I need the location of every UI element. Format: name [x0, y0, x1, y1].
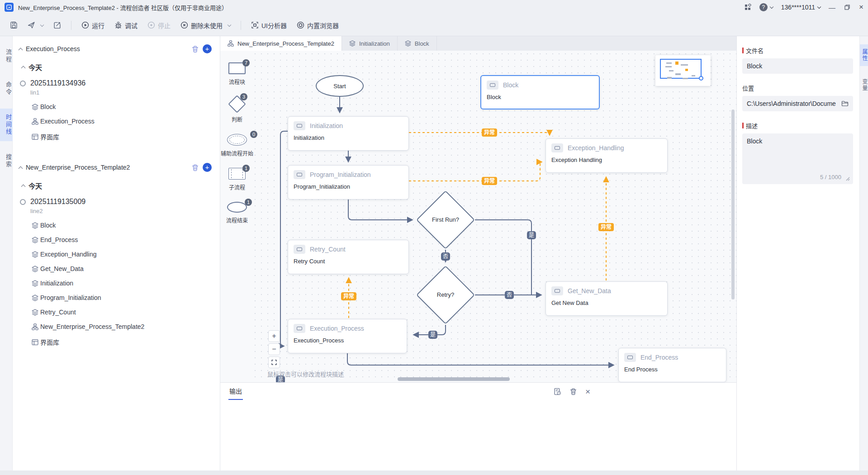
collapse-caret-icon[interactable]: [19, 48, 23, 52]
right-nav-strip: 属性 变量: [859, 36, 868, 475]
palette-item-block[interactable]: 7 流程块: [228, 62, 246, 86]
clear-log-button[interactable]: [554, 388, 561, 395]
minimize-button[interactable]: —: [829, 4, 835, 11]
block-icon: [294, 121, 305, 130]
close-output-button[interactable]: ×: [585, 387, 590, 396]
nav-tab-timeline[interactable]: 时间线: [0, 109, 13, 141]
palette-item-subflow[interactable]: 1 子流程: [228, 168, 246, 191]
vertical-scrollbar[interactable]: [731, 109, 735, 299]
run-entry[interactable]: 20251119134936 lin1: [20, 79, 212, 96]
description-textarea[interactable]: Block 5 / 1000: [742, 133, 853, 184]
flow-node-exception-handling[interactable]: Exception_Handling Exception Handling: [545, 138, 668, 173]
zoom-in-button[interactable]: +: [268, 330, 280, 342]
resize-grip-icon[interactable]: [846, 177, 850, 181]
palette-item-aux-start[interactable]: 0 辅助流程开始: [221, 134, 253, 157]
flow-node-execution-process[interactable]: Execution_Process Execution_Process: [288, 319, 407, 353]
layers-icon: [349, 40, 356, 47]
tree-item[interactable]: Block: [32, 103, 212, 110]
tree-item[interactable]: Get_New_Data: [32, 265, 212, 272]
panel-tab-properties[interactable]: 属性: [860, 44, 868, 66]
flow-node-get-new-data[interactable]: Get_New_Data Get New Data: [545, 281, 668, 316]
minimap-resize-handle[interactable]: [699, 76, 703, 81]
stop-button[interactable]: 停止: [144, 18, 174, 33]
group-label: 今天: [28, 62, 42, 72]
flowchart-icon: [32, 118, 38, 125]
flow-node-program-initialization[interactable]: Program_Initialization Program_Initializ…: [288, 165, 409, 200]
help-button[interactable]: ?: [759, 3, 773, 11]
tab-main-flow[interactable]: New_Enterprise_Process_Template2: [220, 36, 342, 51]
tab-initialization[interactable]: Initialization: [342, 36, 398, 51]
tree-item[interactable]: Retry_Count: [32, 309, 212, 316]
account-menu[interactable]: 136****1011: [781, 4, 821, 11]
fit-screen-button[interactable]: [268, 356, 280, 368]
block-icon: [294, 245, 305, 254]
add-run-button[interactable]: +: [203, 44, 212, 53]
edge-label-exception: 异常: [482, 128, 497, 137]
panel-tab-variables[interactable]: 变量: [860, 74, 868, 96]
tree-item[interactable]: Execution_Process: [32, 118, 212, 125]
close-button[interactable]: ×: [859, 3, 863, 12]
start-node[interactable]: Start: [316, 75, 364, 97]
maximize-button[interactable]: [844, 5, 850, 10]
collapse-caret-icon[interactable]: [21, 66, 26, 71]
folder-icon[interactable]: [841, 100, 849, 107]
decision-retry[interactable]: Retry?: [416, 266, 475, 324]
edge-label-exception: 异常: [482, 177, 497, 185]
tree-item[interactable]: 界面库: [32, 132, 212, 141]
tree-item[interactable]: Block: [32, 222, 212, 229]
properties-panel: 文件名 Block 位置 C:\Users\Administrator\Docu…: [736, 36, 859, 475]
block-icon: [487, 81, 498, 90]
save-button[interactable]: [6, 19, 21, 32]
palette-item-decision[interactable]: 3 判断: [231, 96, 243, 123]
tree-item[interactable]: Initialization: [32, 280, 212, 287]
radio-icon[interactable]: [20, 199, 26, 205]
debug-button[interactable]: 调试: [111, 18, 141, 33]
filename-label: 文件名: [746, 46, 764, 55]
flow-node-block[interactable]: Block Block: [480, 75, 600, 109]
builtin-browser-button[interactable]: 内置浏览器: [293, 18, 342, 33]
ui-analyzer-button[interactable]: UI分析器: [247, 18, 290, 33]
location-input[interactable]: C:\Users\Administrator\Docume: [742, 96, 853, 111]
horizontal-scrollbar[interactable]: [398, 377, 510, 381]
filename-input[interactable]: Block: [742, 58, 853, 74]
decision-first-run[interactable]: First Run?: [416, 190, 475, 249]
delete-log-button[interactable]: [569, 388, 577, 395]
palette-item-end[interactable]: 1 流程结束: [226, 202, 248, 224]
nav-tab-search[interactable]: 搜索: [0, 148, 13, 174]
apps-grid-icon[interactable]: [744, 4, 751, 11]
run-id: 20251119134936: [30, 79, 85, 87]
tree-item[interactable]: End_Process: [32, 236, 212, 243]
tree-item[interactable]: Program_Initialization: [32, 294, 212, 301]
tab-block[interactable]: Block: [398, 36, 437, 51]
tree-item[interactable]: New_Enterprise_Process_Template2: [32, 323, 212, 330]
tree-item[interactable]: Exception_Handling: [32, 251, 212, 258]
radio-icon[interactable]: [20, 81, 26, 86]
delete-section-button[interactable]: [191, 164, 199, 171]
run-entry[interactable]: 20251119135009 line2: [20, 198, 212, 214]
zoom-out-button[interactable]: −: [268, 343, 280, 355]
output-tab[interactable]: 输出: [228, 383, 243, 400]
tree-item[interactable]: 界面库: [32, 337, 212, 347]
publish-button[interactable]: [24, 19, 47, 32]
nav-tab-process[interactable]: 流程: [0, 43, 13, 69]
delete-unused-button[interactable]: 删除未使用: [177, 18, 234, 33]
editor-area: New_Enterprise_Process_Template2 Initial…: [220, 36, 736, 475]
minimap-sketch: [669, 70, 674, 71]
delete-section-button[interactable]: [191, 45, 199, 53]
collapse-caret-icon[interactable]: [21, 185, 26, 189]
nav-tab-command[interactable]: 命令: [0, 76, 13, 101]
minimap[interactable]: [655, 55, 711, 86]
minimap-viewport[interactable]: [660, 59, 702, 79]
block-icon: [551, 143, 563, 152]
flow-node-initialization[interactable]: Initialization Initialization: [288, 116, 409, 151]
record-button[interactable]: [50, 19, 65, 32]
run-button[interactable]: 运行: [78, 18, 108, 33]
flow-node-retry-count[interactable]: Retry_Count Retry Count: [288, 240, 409, 274]
flow-canvas[interactable]: 7 流程块 3 判断 0 辅助流程开始 1 子流程: [220, 51, 736, 382]
required-marker: [742, 123, 744, 128]
edge-label-yes: 是: [428, 331, 437, 339]
add-run-button[interactable]: +: [203, 163, 212, 172]
minimap-sketch: [665, 66, 672, 67]
collapse-caret-icon[interactable]: [19, 166, 23, 171]
flow-node-end-process[interactable]: End_Process End Process: [618, 348, 726, 382]
